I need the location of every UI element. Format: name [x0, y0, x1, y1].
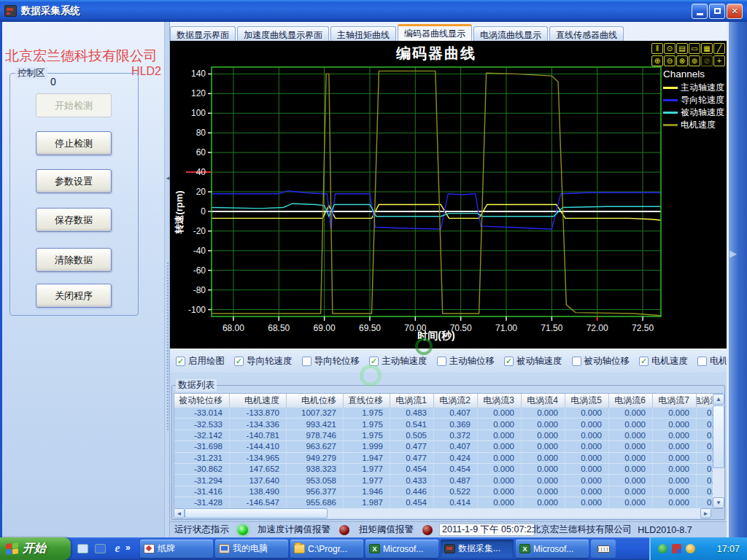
- table-cell: -31.294: [174, 475, 230, 486]
- pause-icon[interactable]: ‖: [651, 43, 663, 54]
- maximize-button[interactable]: [709, 4, 725, 19]
- input-method-button[interactable]: [591, 540, 616, 558]
- legend-swatch: [663, 87, 678, 89]
- table-cell: 0.000: [522, 408, 565, 419]
- pan-icon[interactable]: +: [713, 55, 725, 66]
- table-row[interactable]: -33.014-133.8701007.3271.9750.4830.4070.…: [174, 408, 722, 419]
- table-row[interactable]: -31.428-146.547955.6861.9870.4540.4140.0…: [174, 497, 722, 508]
- table-row[interactable]: -31.294137.640953.0581.9770.4330.4870.00…: [174, 475, 722, 486]
- table-cell: 1007.327: [287, 408, 344, 419]
- table-row[interactable]: -31.416138.490956.3771.9460.4460.5220.00…: [174, 486, 722, 497]
- zoom-in-icon[interactable]: ⊕: [651, 55, 663, 66]
- tools-icon[interactable]: ╱: [713, 43, 725, 54]
- table-row[interactable]: -32.142-140.781978.7461.9750.5050.3720.0…: [174, 430, 722, 441]
- quicklaunch-show-desktop-icon[interactable]: [76, 541, 89, 556]
- x-tick-label: 69.00: [308, 323, 341, 333]
- plot-option-2-checkbox[interactable]: [302, 357, 311, 366]
- tab-1[interactable]: 加速度曲线显示界面: [237, 26, 329, 41]
- copy-icon[interactable]: ▤: [676, 43, 688, 54]
- minimize-button[interactable]: [692, 4, 708, 19]
- table-cell: 137.640: [230, 475, 287, 486]
- scroll-down-icon[interactable]: ▼: [713, 497, 724, 508]
- taskbar-button-4[interactable]: 数据采集...: [441, 540, 514, 558]
- plot-option-5-checkbox[interactable]: ✓: [504, 357, 514, 366]
- expand-panel-icon[interactable]: ▸: [729, 244, 737, 262]
- horizontal-scroll-thumb[interactable]: [185, 508, 328, 518]
- scroll-left-icon[interactable]: ◄: [174, 508, 185, 518]
- encoder-chart-plot[interactable]: [170, 41, 727, 349]
- tray-volume-icon[interactable]: [686, 544, 695, 553]
- scroll-up-icon[interactable]: ▲: [713, 394, 724, 405]
- plot-option-5: ✓被动轴速度: [504, 355, 562, 368]
- save-icon[interactable]: ▦: [701, 43, 713, 54]
- tab-2[interactable]: 主轴扭矩曲线: [330, 26, 396, 41]
- table-cell: 0.424: [434, 453, 478, 464]
- clear-data-button[interactable]: 清除数据: [36, 248, 112, 272]
- tab-5[interactable]: 直线传感器曲线: [549, 26, 624, 41]
- legend-title: Channels: [663, 69, 726, 79]
- taskbar-button-5[interactable]: XMicrosof...: [516, 540, 589, 558]
- table-column-header[interactable]: 电涡流1: [390, 394, 434, 408]
- table-row[interactable]: -30.862147.652938.3231.9770.4540.4540.00…: [174, 464, 722, 475]
- table-cell: -32.533: [174, 419, 230, 429]
- print-icon[interactable]: ▭: [689, 43, 700, 54]
- table-horizontal-scrollbar[interactable]: ◄ ►: [174, 508, 711, 518]
- plot-option-0-checkbox[interactable]: ✓: [176, 357, 185, 366]
- tray-network-icon[interactable]: [672, 544, 681, 553]
- panel-splitter[interactable]: ◄: [164, 22, 170, 537]
- zoom-window-icon[interactable]: ⊙: [664, 43, 676, 54]
- table-column-header[interactable]: 电机位移: [287, 394, 344, 408]
- table-row[interactable]: -31.231-134.965949.2791.9470.4770.4240.0…: [174, 453, 722, 464]
- vertical-scroll-thumb[interactable]: [713, 405, 724, 468]
- table-column-header[interactable]: 被动轮位移: [174, 394, 230, 408]
- table-vertical-scrollbar[interactable]: ▲ ▼: [713, 394, 724, 508]
- plot-option-4-checkbox[interactable]: [437, 357, 446, 366]
- plot-option-3-checkbox[interactable]: ✓: [369, 357, 379, 366]
- taskbar-button-1[interactable]: 我的电脑: [215, 540, 288, 558]
- table-cell: 953.058: [287, 475, 344, 486]
- param-settings-button[interactable]: 参数设置: [36, 169, 112, 193]
- stop-detect-button[interactable]: 停止检测: [36, 131, 112, 155]
- taskbar-button-2[interactable]: C:\Progr...: [290, 540, 363, 558]
- table-row[interactable]: -32.533-134.336993.4211.9750.5410.3690.0…: [174, 419, 722, 429]
- table-column-header[interactable]: 电涡流3: [478, 394, 522, 408]
- close-button[interactable]: ✕: [727, 4, 743, 19]
- close-program-button[interactable]: 关闭程序: [36, 284, 112, 308]
- plot-option-8-checkbox[interactable]: [697, 357, 707, 366]
- x-tick-label: 68.00: [217, 323, 250, 333]
- quicklaunch-ie-icon[interactable]: e: [111, 541, 124, 556]
- table-cell: 0.454: [390, 464, 434, 475]
- legend-item: 被动轴速度: [663, 106, 726, 119]
- tab-3[interactable]: 编码器曲线显示: [398, 24, 472, 41]
- tray-antivirus-icon[interactable]: [658, 544, 667, 553]
- taskbar-button-3[interactable]: XMicrosof...: [365, 540, 438, 558]
- table-cell: 0.000: [565, 408, 609, 419]
- taskbar-button-0[interactable]: 纸牌: [140, 540, 213, 558]
- zoom-reset-icon[interactable]: ⊚: [689, 55, 700, 66]
- table-column-header[interactable]: 电涡流6: [609, 394, 653, 408]
- taskbar-button-label: Microsof...: [383, 544, 423, 554]
- table-column-header[interactable]: 电涡流2: [434, 394, 478, 408]
- plot-option-7-checkbox[interactable]: ✓: [639, 357, 649, 366]
- table-cell: 0.369: [434, 419, 478, 429]
- tab-0[interactable]: 数据显示界面: [170, 26, 236, 41]
- table-cell: 0.407: [434, 408, 478, 419]
- zoom-out-icon[interactable]: ⊖: [664, 55, 676, 66]
- zoom-x-icon[interactable]: ⊗: [676, 55, 688, 66]
- start-button[interactable]: 开始: [0, 537, 71, 560]
- table-column-header[interactable]: 电涡流4: [522, 394, 565, 408]
- quicklaunch-media-icon[interactable]: [93, 541, 107, 556]
- plot-option-6-checkbox[interactable]: [572, 357, 581, 366]
- table-column-header[interactable]: 电机速度: [230, 394, 287, 408]
- quicklaunch-overflow-icon[interactable]: »: [125, 542, 131, 553]
- table-column-header[interactable]: 电涡流5: [565, 394, 609, 408]
- zoom-off-icon[interactable]: ⊘: [701, 55, 713, 66]
- plot-option-1-checkbox[interactable]: ✓: [234, 357, 244, 366]
- table-row[interactable]: -31.698-144.410963.6271.9990.4770.4070.0…: [174, 441, 722, 452]
- table-column-header[interactable]: 电涡流7: [653, 394, 697, 408]
- save-data-button[interactable]: 保存数据: [36, 208, 112, 232]
- excel-icon: X: [519, 544, 530, 553]
- tab-4[interactable]: 电涡流曲线显示: [473, 26, 548, 41]
- scroll-right-icon[interactable]: ►: [700, 508, 711, 518]
- table-column-header[interactable]: 直线位移: [344, 394, 390, 408]
